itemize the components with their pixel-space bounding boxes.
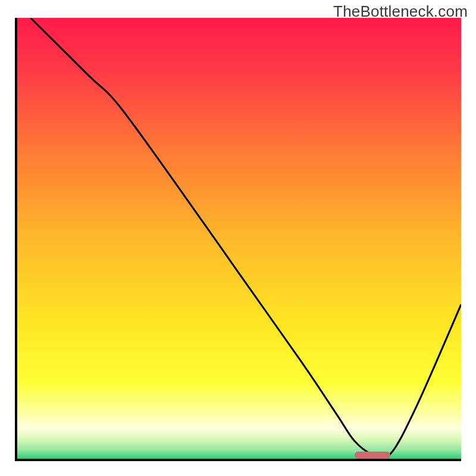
chart-canvas: TheBottleneck.com: [0, 0, 476, 476]
optimal-range-marker: [355, 452, 390, 459]
bottleneck-curve: [17, 18, 461, 459]
plot-area: [15, 18, 461, 461]
